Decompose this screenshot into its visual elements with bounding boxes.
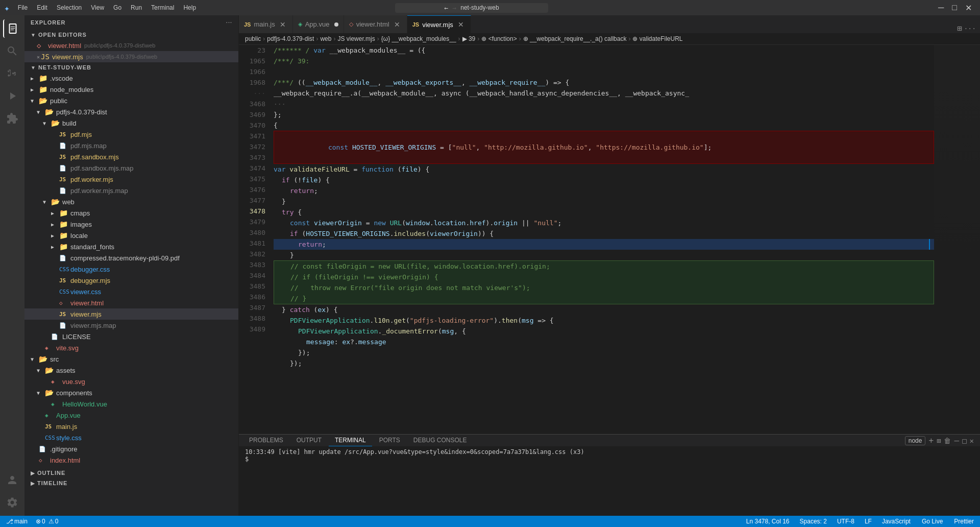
go-live-status[interactable]: Go Live bbox=[919, 518, 946, 525]
extensions-activity-icon[interactable] bbox=[3, 109, 21, 128]
breadcrumb-public[interactable]: public bbox=[245, 35, 261, 42]
search-bar-text[interactable]: net-study-web bbox=[460, 4, 499, 11]
menu-run[interactable]: Run bbox=[127, 3, 146, 12]
tree-pdf-worker-map[interactable]: ▶ 📄 pdf.worker.mjs.map bbox=[24, 185, 238, 196]
tree-node-modules[interactable]: ▶ 📁 node_modules bbox=[24, 84, 238, 95]
errors-warnings-status[interactable]: ⊗ 0 ⚠ 0 bbox=[34, 518, 60, 525]
menu-edit[interactable]: Edit bbox=[33, 3, 52, 12]
tree-vscode[interactable]: ▶ 📁 .vscode bbox=[24, 73, 238, 84]
tree-viewer-html[interactable]: ▶ ◇ viewer.html bbox=[24, 297, 238, 308]
tree-web[interactable]: ▼ 📂 web bbox=[24, 196, 238, 207]
open-editor-viewer-html[interactable]: ◇ viewer.html public\pdfjs-4.0.379-dist\… bbox=[24, 40, 238, 51]
split-terminal-icon[interactable]: ⊞ bbox=[937, 437, 941, 445]
new-terminal-icon[interactable]: + bbox=[928, 436, 934, 445]
terminal-content[interactable]: 10:33:49 [vite] hmr update /src/App.vue?… bbox=[239, 446, 980, 516]
tree-viewer-css[interactable]: ▶ CSS viewer.css bbox=[24, 286, 238, 297]
tree-pdfjs[interactable]: ▼ 📂 pdfjs-4.0.379-dist bbox=[24, 106, 238, 117]
menu-help[interactable]: Help bbox=[179, 3, 200, 12]
close-panel-icon[interactable]: ✕ bbox=[970, 437, 974, 445]
minimap[interactable] bbox=[934, 45, 980, 434]
breadcrumb-webpack-modules[interactable]: {ω} __webpack_modules__ bbox=[381, 35, 456, 42]
outline-section[interactable]: ▶ OUTLINE bbox=[24, 468, 238, 478]
tree-index-html[interactable]: ▶ ◇ index.html bbox=[24, 454, 238, 466]
tree-main-js[interactable]: ▶ JS main.js bbox=[24, 421, 238, 432]
timeline-section[interactable]: ▶ TIMELINE bbox=[24, 478, 238, 488]
tab-viewer-html[interactable]: ◇ viewer.html ✕ bbox=[344, 15, 407, 33]
nav-back[interactable]: ← bbox=[445, 4, 449, 12]
prettier-status[interactable]: Prettier bbox=[952, 518, 976, 525]
tree-cmaps[interactable]: ▶ 📁 cmaps bbox=[24, 207, 238, 219]
close-tab-main-js[interactable]: ✕ bbox=[278, 20, 287, 29]
tree-pdf-worker[interactable]: ▶ JS pdf.worker.mjs bbox=[24, 174, 238, 185]
kill-terminal-icon[interactable]: 🗑 bbox=[944, 437, 951, 445]
tree-pdf-sandbox[interactable]: ▶ JS pdf.sandbox.mjs bbox=[24, 151, 238, 162]
panel-tab-debug-console[interactable]: DEBUG CONSOLE bbox=[407, 435, 473, 446]
indentation-status[interactable]: Spaces: 2 bbox=[798, 518, 829, 525]
close-tab-viewer-mjs[interactable]: ✕ bbox=[456, 20, 465, 29]
maximize-panel-icon[interactable]: □ bbox=[962, 437, 966, 445]
close-tab-viewer-html[interactable]: ✕ bbox=[393, 20, 402, 29]
tree-vite-svg[interactable]: ▶ ◈ vite.svg bbox=[24, 342, 238, 353]
tree-pdf-sandbox-map[interactable]: ▶ 📄 pdf.sandbox.mjs.map bbox=[24, 162, 238, 174]
git-branch-status[interactable]: ⎇ main bbox=[4, 518, 30, 525]
tree-standard-fonts[interactable]: ▶ 📁 standard_fonts bbox=[24, 241, 238, 252]
explorer-section[interactable]: ▼ NET-STUDY-WEB bbox=[24, 62, 238, 73]
tree-compressed-pdf[interactable]: ▶ 📄 compressed.tracemonkey-pldi-09.pdf bbox=[24, 252, 238, 264]
breadcrumb-validatefileurl[interactable]: ⊕ validateFileURL bbox=[632, 35, 682, 42]
menu-terminal[interactable]: Terminal bbox=[147, 3, 178, 12]
tree-src[interactable]: ▼ 📂 src bbox=[24, 353, 238, 365]
tree-public[interactable]: ▼ 📂 public bbox=[24, 95, 238, 106]
close-button[interactable]: ✕ bbox=[961, 2, 976, 14]
breadcrumb-pdfjs[interactable]: pdfjs-4.0.379-dist bbox=[267, 35, 314, 42]
menu-file[interactable]: File bbox=[14, 3, 32, 12]
tree-app-vue[interactable]: ▶ ◈ App.vue bbox=[24, 410, 238, 421]
tree-helloworld[interactable]: ▶ ◈ HelloWorld.vue bbox=[24, 398, 238, 410]
open-editors-section[interactable]: ▼ OPEN EDITORS bbox=[24, 30, 238, 40]
tree-viewer-mjs-map[interactable]: ▶ 📄 viewer.mjs.map bbox=[24, 320, 238, 331]
source-control-activity-icon[interactable] bbox=[3, 64, 21, 83]
panel-tab-output[interactable]: OUTPUT bbox=[290, 435, 328, 446]
tree-pdf-mjs[interactable]: ▶ JS pdf.mjs bbox=[24, 129, 238, 140]
run-debug-activity-icon[interactable] bbox=[3, 87, 21, 105]
explorer-activity-icon[interactable] bbox=[3, 19, 21, 38]
sidebar-more-icon[interactable]: ··· bbox=[226, 19, 232, 26]
panel-tab-ports[interactable]: PORTS bbox=[373, 435, 406, 446]
language-mode-status[interactable]: JavaScript bbox=[880, 518, 913, 525]
tree-viewer-mjs[interactable]: ▶ JS viewer.mjs bbox=[24, 308, 238, 320]
tree-license[interactable]: ▶ 📄 LICENSE bbox=[24, 331, 238, 342]
tree-assets[interactable]: ▼ 📂 assets bbox=[24, 365, 238, 376]
tree-gitignore[interactable]: ▶ 📄 .gitignore bbox=[24, 443, 238, 454]
minimize-panel-icon[interactable]: — bbox=[954, 436, 959, 445]
code-lines[interactable]: /****** / var __webpack_modules__ = ({ /… bbox=[270, 45, 934, 434]
menu-go[interactable]: Go bbox=[109, 3, 126, 12]
tree-debugger-mjs[interactable]: ▶ JS debugger.mjs bbox=[24, 275, 238, 286]
tree-locale[interactable]: ▶ 📁 locale bbox=[24, 230, 238, 241]
tab-viewer-mjs[interactable]: JS viewer.mjs ✕ bbox=[407, 15, 471, 33]
account-activity-icon[interactable] bbox=[3, 471, 21, 489]
search-activity-icon[interactable] bbox=[3, 42, 21, 60]
breadcrumb-39[interactable]: ▶ 39 bbox=[462, 35, 476, 42]
tree-pdf-mjs-map[interactable]: ▶ 📄 pdf.mjs.map bbox=[24, 140, 238, 151]
split-editor-icon[interactable]: ⊞ bbox=[957, 23, 962, 33]
nav-forward[interactable]: → bbox=[452, 4, 456, 12]
menu-view[interactable]: View bbox=[87, 3, 108, 12]
open-editor-viewer-mjs[interactable]: ✕ JS viewer.mjs public\pdfjs-4.0.379-dis… bbox=[24, 51, 238, 62]
settings-activity-icon[interactable] bbox=[3, 493, 21, 512]
breadcrumb-viewermjs[interactable]: JS viewer.mjs bbox=[337, 35, 375, 42]
cursor-position-status[interactable]: Ln 3478, Col 16 bbox=[744, 518, 792, 525]
maximize-button[interactable]: □ bbox=[948, 2, 961, 14]
tree-images[interactable]: ▶ 📁 images bbox=[24, 219, 238, 230]
code-editor[interactable]: 23 1965 1966 1968 ··· 3468 3469 3470 347… bbox=[239, 45, 934, 434]
tab-app-vue[interactable]: ◈ App.vue bbox=[293, 15, 344, 33]
tree-components[interactable]: ▼ 📂 components bbox=[24, 387, 238, 398]
minimize-button[interactable]: ─ bbox=[934, 2, 948, 14]
line-ending-status[interactable]: LF bbox=[863, 518, 874, 525]
menu-selection[interactable]: Selection bbox=[53, 3, 86, 12]
breadcrumb-callback[interactable]: ⊕ __webpack_require__._a() callback bbox=[523, 35, 627, 42]
tree-debugger-css[interactable]: ▶ CSS debugger.css bbox=[24, 264, 238, 275]
close-viewer-mjs-icon[interactable]: ✕ bbox=[37, 54, 40, 60]
breadcrumb-web[interactable]: web bbox=[320, 35, 331, 42]
panel-tab-terminal[interactable]: TERMINAL bbox=[329, 435, 372, 446]
more-tabs-icon[interactable]: ··· bbox=[964, 25, 976, 32]
tree-style-css[interactable]: ▶ CSS style.css bbox=[24, 432, 238, 443]
